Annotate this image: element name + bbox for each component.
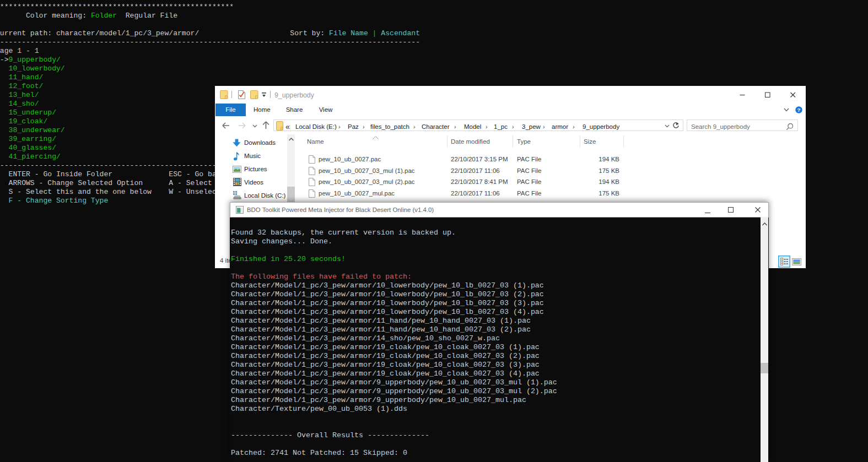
svg-text:?: ? xyxy=(797,107,801,113)
